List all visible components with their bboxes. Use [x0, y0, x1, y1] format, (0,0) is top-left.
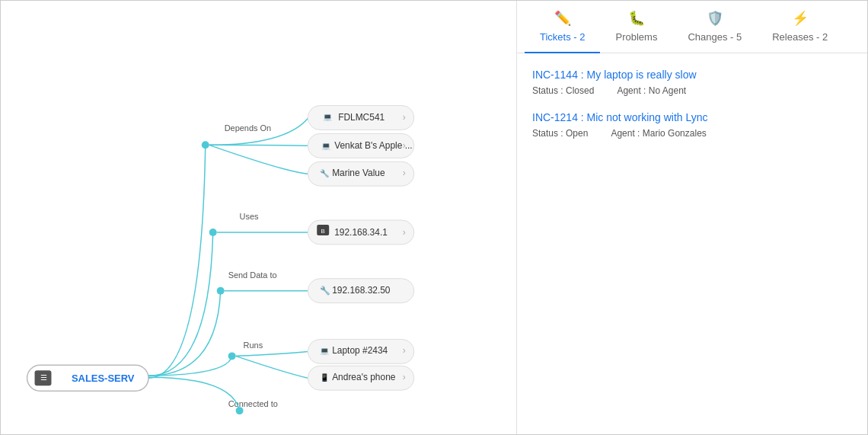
svg-point-36 — [236, 407, 244, 414]
agent-1214: Agent : Mario Gonzales — [611, 128, 706, 139]
relation-runs: Runs — [244, 341, 263, 350]
node-venkat[interactable]: 💻 Venkat B's Apple ... › — [308, 133, 414, 158]
svg-text:Andrea's phone: Andrea's phone — [332, 372, 396, 382]
node-marine-value[interactable]: 🔧 Marine Value › — [308, 162, 414, 186]
agent-1144: Agent : No Agent — [617, 85, 686, 96]
svg-text:🔧: 🔧 — [320, 168, 330, 178]
svg-text:☰: ☰ — [40, 373, 47, 382]
main-node[interactable]: ☰ SALES-SERV — [27, 365, 148, 391]
svg-text:›: › — [403, 227, 406, 238]
svg-text:›: › — [403, 168, 406, 178]
problems-icon: 🐛 — [628, 10, 645, 27]
changes-icon: 🛡️ — [707, 10, 723, 27]
svg-point-17 — [209, 229, 217, 236]
relation-depends-on: Depends On — [225, 123, 271, 133]
relation-uses: Uses — [240, 212, 259, 221]
svg-text:›: › — [403, 372, 406, 382]
graph-panel: ☰ SALES-SERV Depends On 💻 FDLMC541 › — [1, 1, 517, 434]
svg-text:💻: 💻 — [323, 112, 333, 122]
node-192-32[interactable]: 🔧 192.168.32.50 — [308, 279, 414, 303]
ticket-icon: ✏️ — [554, 10, 571, 27]
ticket-title-1214[interactable]: INC-1214 : Mic not working with Lync — [532, 111, 852, 123]
ticket-meta-1214: Status : Open Agent : Mario Gonzales — [532, 128, 852, 139]
svg-text:›: › — [403, 140, 406, 151]
svg-text:💻: 💻 — [321, 141, 331, 151]
tab-tickets[interactable]: ✏️ Tickets - 2 — [525, 1, 600, 53]
main-container: ☰ SALES-SERV Depends On 💻 FDLMC541 › — [1, 1, 867, 434]
node-192-34[interactable]: B 192.168.34.1 › — [308, 220, 414, 245]
node-fdlmc541[interactable]: 💻 FDLMC541 › — [308, 106, 414, 130]
svg-text:B: B — [321, 228, 325, 235]
tab-releases[interactable]: ⚡ Releases - 2 — [757, 1, 843, 53]
status-1214: Status : Open — [532, 128, 588, 139]
svg-text:🔧: 🔧 — [320, 285, 330, 296]
ticket-meta-1144: Status : Closed Agent : No Agent — [532, 85, 852, 96]
status-1144: Status : Closed — [532, 85, 594, 96]
svg-text:Marine Value: Marine Value — [332, 168, 385, 178]
tab-tickets-label: Tickets - 2 — [540, 31, 585, 43]
svg-point-27 — [228, 352, 236, 360]
svg-point-23 — [217, 287, 225, 295]
ticket-item-1214: INC-1214 : Mic not working with Lync Sta… — [532, 111, 852, 139]
svg-text:›: › — [403, 345, 406, 356]
svg-text:💻: 💻 — [320, 346, 330, 356]
svg-text:192.168.32.50: 192.168.32.50 — [332, 285, 391, 296]
ticket-item-1144: INC-1144 : My laptop is really slow Stat… — [532, 69, 852, 96]
svg-text:Venkat B's Apple ...: Venkat B's Apple ... — [334, 140, 412, 151]
relation-send-data: Send Data to — [228, 270, 277, 280]
right-panel: ✏️ Tickets - 2 🐛 Problems 🛡️ Changes - 5… — [517, 1, 867, 434]
svg-text:192.168.34.1: 192.168.34.1 — [334, 227, 388, 238]
svg-text:📱: 📱 — [320, 373, 330, 382]
tab-changes-label: Changes - 5 — [688, 31, 742, 43]
node-laptop2434[interactable]: 💻 Laptop #2434 › — [308, 339, 414, 363]
svg-text:SALES-SERV: SALES-SERV — [72, 373, 135, 384]
tabs-bar: ✏️ Tickets - 2 🐛 Problems 🛡️ Changes - 5… — [517, 1, 867, 53]
tab-problems-label: Problems — [615, 31, 657, 43]
content-area: INC-1144 : My laptop is really slow Stat… — [517, 53, 867, 434]
ticket-title-1144[interactable]: INC-1144 : My laptop is really slow — [532, 69, 852, 81]
tab-problems[interactable]: 🐛 Problems — [600, 1, 672, 53]
svg-text:Laptop #2434: Laptop #2434 — [332, 345, 388, 356]
releases-icon: ⚡ — [792, 10, 809, 27]
svg-text:›: › — [403, 112, 406, 123]
svg-text:FDLMC541: FDLMC541 — [338, 112, 385, 123]
tab-releases-label: Releases - 2 — [772, 31, 828, 43]
svg-point-4 — [202, 141, 209, 149]
tab-changes[interactable]: 🛡️ Changes - 5 — [672, 1, 757, 53]
node-andreas-phone[interactable]: 📱 Andrea's phone › — [308, 366, 414, 390]
